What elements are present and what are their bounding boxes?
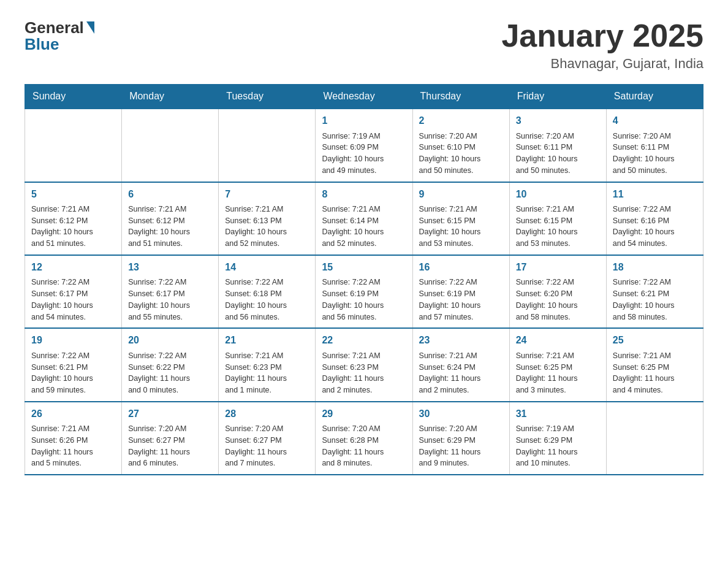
calendar-header-wednesday: Wednesday	[316, 85, 412, 109]
day-info: Sunrise: 7:22 AM Sunset: 6:19 PM Dayligh…	[322, 277, 406, 323]
day-info: Sunrise: 7:22 AM Sunset: 6:18 PM Dayligh…	[225, 277, 309, 323]
calendar-cell: 3Sunrise: 7:20 AM Sunset: 6:11 PM Daylig…	[509, 109, 606, 182]
day-number: 10	[516, 188, 600, 201]
calendar-cell: 22Sunrise: 7:21 AM Sunset: 6:23 PM Dayli…	[316, 328, 412, 401]
calendar-cell: 12Sunrise: 7:22 AM Sunset: 6:17 PM Dayli…	[25, 255, 122, 328]
logo-arrow-icon	[86, 21, 94, 34]
calendar-cell: 2Sunrise: 7:20 AM Sunset: 6:10 PM Daylig…	[412, 109, 509, 182]
calendar-cell: 16Sunrise: 7:22 AM Sunset: 6:19 PM Dayli…	[412, 255, 509, 328]
calendar-header-monday: Monday	[122, 85, 219, 109]
day-number: 24	[516, 334, 600, 347]
calendar-week-row: 19Sunrise: 7:22 AM Sunset: 6:21 PM Dayli…	[25, 328, 703, 401]
day-info: Sunrise: 7:20 AM Sunset: 6:27 PM Dayligh…	[225, 423, 309, 469]
calendar-cell: 24Sunrise: 7:21 AM Sunset: 6:25 PM Dayli…	[509, 328, 606, 401]
day-number: 5	[31, 188, 115, 201]
calendar-cell: 30Sunrise: 7:20 AM Sunset: 6:29 PM Dayli…	[412, 402, 509, 475]
day-info: Sunrise: 7:22 AM Sunset: 6:21 PM Dayligh…	[31, 350, 115, 396]
day-info: Sunrise: 7:19 AM Sunset: 6:09 PM Dayligh…	[322, 131, 406, 177]
day-info: Sunrise: 7:22 AM Sunset: 6:21 PM Dayligh…	[613, 277, 697, 323]
day-info: Sunrise: 7:20 AM Sunset: 6:27 PM Dayligh…	[128, 423, 212, 469]
day-info: Sunrise: 7:20 AM Sunset: 6:28 PM Dayligh…	[322, 423, 406, 469]
day-info: Sunrise: 7:21 AM Sunset: 6:25 PM Dayligh…	[613, 350, 697, 396]
calendar-cell: 17Sunrise: 7:22 AM Sunset: 6:20 PM Dayli…	[509, 255, 606, 328]
day-info: Sunrise: 7:21 AM Sunset: 6:23 PM Dayligh…	[225, 350, 309, 396]
day-number: 15	[322, 261, 406, 274]
day-number: 29	[322, 407, 406, 421]
day-info: Sunrise: 7:22 AM Sunset: 6:17 PM Dayligh…	[128, 277, 212, 323]
day-number: 11	[613, 188, 697, 201]
logo: General Blue	[25, 18, 94, 54]
day-info: Sunrise: 7:21 AM Sunset: 6:23 PM Dayligh…	[322, 350, 406, 396]
calendar-cell: 14Sunrise: 7:22 AM Sunset: 6:18 PM Dayli…	[219, 255, 316, 328]
day-info: Sunrise: 7:20 AM Sunset: 6:11 PM Dayligh…	[516, 131, 600, 177]
month-title: January 2025	[501, 18, 703, 53]
calendar-cell: 11Sunrise: 7:22 AM Sunset: 6:16 PM Dayli…	[606, 182, 703, 255]
day-info: Sunrise: 7:20 AM Sunset: 6:11 PM Dayligh…	[613, 131, 697, 177]
calendar-week-row: 1Sunrise: 7:19 AM Sunset: 6:09 PM Daylig…	[25, 109, 703, 182]
day-info: Sunrise: 7:20 AM Sunset: 6:29 PM Dayligh…	[419, 423, 503, 469]
day-number: 20	[128, 334, 212, 347]
page-header: General Blue January 2025 Bhavnagar, Guj…	[25, 18, 703, 72]
calendar-cell: 19Sunrise: 7:22 AM Sunset: 6:21 PM Dayli…	[25, 328, 122, 401]
calendar-cell	[606, 402, 703, 475]
calendar-cell: 10Sunrise: 7:21 AM Sunset: 6:15 PM Dayli…	[509, 182, 606, 255]
calendar-cell: 31Sunrise: 7:19 AM Sunset: 6:29 PM Dayli…	[509, 402, 606, 475]
calendar-cell: 9Sunrise: 7:21 AM Sunset: 6:15 PM Daylig…	[412, 182, 509, 255]
calendar-cell: 23Sunrise: 7:21 AM Sunset: 6:24 PM Dayli…	[412, 328, 509, 401]
calendar-cell: 6Sunrise: 7:21 AM Sunset: 6:12 PM Daylig…	[122, 182, 219, 255]
day-info: Sunrise: 7:21 AM Sunset: 6:15 PM Dayligh…	[419, 204, 503, 250]
day-number: 18	[613, 261, 697, 274]
calendar-cell: 8Sunrise: 7:21 AM Sunset: 6:14 PM Daylig…	[316, 182, 412, 255]
day-number: 12	[31, 261, 115, 274]
calendar-cell: 26Sunrise: 7:21 AM Sunset: 6:26 PM Dayli…	[25, 402, 122, 475]
calendar-header-thursday: Thursday	[412, 85, 509, 109]
day-number: 14	[225, 261, 309, 274]
day-info: Sunrise: 7:21 AM Sunset: 6:12 PM Dayligh…	[128, 204, 212, 250]
calendar-cell: 20Sunrise: 7:22 AM Sunset: 6:22 PM Dayli…	[122, 328, 219, 401]
calendar-cell: 28Sunrise: 7:20 AM Sunset: 6:27 PM Dayli…	[219, 402, 316, 475]
day-info: Sunrise: 7:21 AM Sunset: 6:26 PM Dayligh…	[31, 423, 115, 469]
calendar-cell: 4Sunrise: 7:20 AM Sunset: 6:11 PM Daylig…	[606, 109, 703, 182]
calendar-cell	[219, 109, 316, 182]
day-number: 17	[516, 261, 600, 274]
calendar-cell: 18Sunrise: 7:22 AM Sunset: 6:21 PM Dayli…	[606, 255, 703, 328]
calendar-header-sunday: Sunday	[25, 85, 122, 109]
calendar-header-tuesday: Tuesday	[219, 85, 316, 109]
title-block: January 2025 Bhavnagar, Gujarat, India	[501, 18, 703, 72]
day-info: Sunrise: 7:20 AM Sunset: 6:10 PM Dayligh…	[419, 131, 503, 177]
day-info: Sunrise: 7:21 AM Sunset: 6:24 PM Dayligh…	[419, 350, 503, 396]
calendar-cell: 5Sunrise: 7:21 AM Sunset: 6:12 PM Daylig…	[25, 182, 122, 255]
day-number: 27	[128, 407, 212, 421]
calendar-table: SundayMondayTuesdayWednesdayThursdayFrid…	[25, 84, 703, 475]
calendar-cell: 1Sunrise: 7:19 AM Sunset: 6:09 PM Daylig…	[316, 109, 412, 182]
day-number: 9	[419, 188, 503, 201]
day-number: 16	[419, 261, 503, 274]
calendar-header-friday: Friday	[509, 85, 606, 109]
day-number: 30	[419, 407, 503, 421]
day-info: Sunrise: 7:22 AM Sunset: 6:20 PM Dayligh…	[516, 277, 600, 323]
day-number: 8	[322, 188, 406, 201]
day-info: Sunrise: 7:21 AM Sunset: 6:14 PM Dayligh…	[322, 204, 406, 250]
calendar-cell: 7Sunrise: 7:21 AM Sunset: 6:13 PM Daylig…	[219, 182, 316, 255]
logo-blue-text: Blue	[25, 35, 59, 54]
day-info: Sunrise: 7:21 AM Sunset: 6:13 PM Dayligh…	[225, 204, 309, 250]
day-info: Sunrise: 7:19 AM Sunset: 6:29 PM Dayligh…	[516, 423, 600, 469]
day-info: Sunrise: 7:22 AM Sunset: 6:22 PM Dayligh…	[128, 350, 212, 396]
calendar-week-row: 26Sunrise: 7:21 AM Sunset: 6:26 PM Dayli…	[25, 402, 703, 475]
day-number: 6	[128, 188, 212, 201]
day-number: 3	[516, 114, 600, 128]
day-number: 13	[128, 261, 212, 274]
calendar-week-row: 5Sunrise: 7:21 AM Sunset: 6:12 PM Daylig…	[25, 182, 703, 255]
day-number: 28	[225, 407, 309, 421]
day-number: 31	[516, 407, 600, 421]
calendar-cell: 21Sunrise: 7:21 AM Sunset: 6:23 PM Dayli…	[219, 328, 316, 401]
location-text: Bhavnagar, Gujarat, India	[501, 56, 703, 72]
calendar-header-row: SundayMondayTuesdayWednesdayThursdayFrid…	[25, 85, 703, 109]
day-number: 2	[419, 114, 503, 128]
calendar-week-row: 12Sunrise: 7:22 AM Sunset: 6:17 PM Dayli…	[25, 255, 703, 328]
day-info: Sunrise: 7:21 AM Sunset: 6:25 PM Dayligh…	[516, 350, 600, 396]
day-number: 7	[225, 188, 309, 201]
day-number: 23	[419, 334, 503, 347]
calendar-cell: 13Sunrise: 7:22 AM Sunset: 6:17 PM Dayli…	[122, 255, 219, 328]
calendar-cell: 29Sunrise: 7:20 AM Sunset: 6:28 PM Dayli…	[316, 402, 412, 475]
